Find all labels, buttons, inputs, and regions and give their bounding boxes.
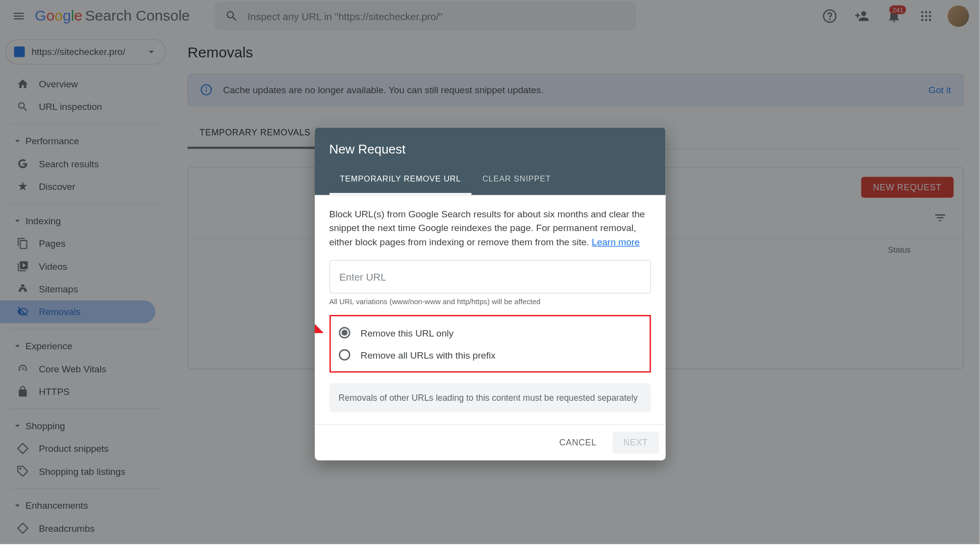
radio-remove-this-url[interactable]: Remove this URL only: [337, 322, 643, 344]
radio-label: Remove all URLs with this prefix: [361, 349, 496, 360]
radio-icon: [339, 349, 350, 361]
modal-body: Block URL(s) from Google Search results …: [314, 195, 665, 424]
radio-group-highlight: Remove this URL only Remove all URLs wit…: [329, 315, 651, 372]
modal-title: New Request: [329, 142, 651, 157]
modal-footer: CANCEL NEXT: [314, 424, 665, 461]
note-box: Removals of other URLs leading to this c…: [329, 383, 651, 412]
radio-label: Remove this URL only: [361, 327, 454, 338]
learn-more-link[interactable]: Learn more: [592, 236, 640, 247]
url-input[interactable]: Enter URL: [329, 260, 651, 293]
modal-tab-clear-snippet[interactable]: CLEAR SNIPPET: [472, 166, 562, 195]
modal-header: New Request TEMPORARILY REMOVE URL CLEAR…: [314, 128, 665, 195]
new-request-modal: New Request TEMPORARILY REMOVE URL CLEAR…: [314, 128, 665, 461]
modal-description: Block URL(s) from Google Search results …: [329, 207, 651, 249]
svg-line-18: [314, 302, 322, 332]
next-button[interactable]: NEXT: [613, 432, 659, 454]
radio-remove-prefix[interactable]: Remove all URLs with this prefix: [337, 344, 643, 366]
helper-text: All URL variations (www/non-www and http…: [329, 298, 651, 306]
modal-tab-temporarily-remove[interactable]: TEMPORARILY REMOVE URL: [329, 166, 472, 195]
url-placeholder: Enter URL: [339, 271, 386, 283]
cancel-button[interactable]: CANCEL: [549, 432, 607, 454]
modal-overlay[interactable]: New Request TEMPORARILY REMOVE URL CLEAR…: [0, 0, 980, 544]
radio-icon: [339, 327, 350, 338]
